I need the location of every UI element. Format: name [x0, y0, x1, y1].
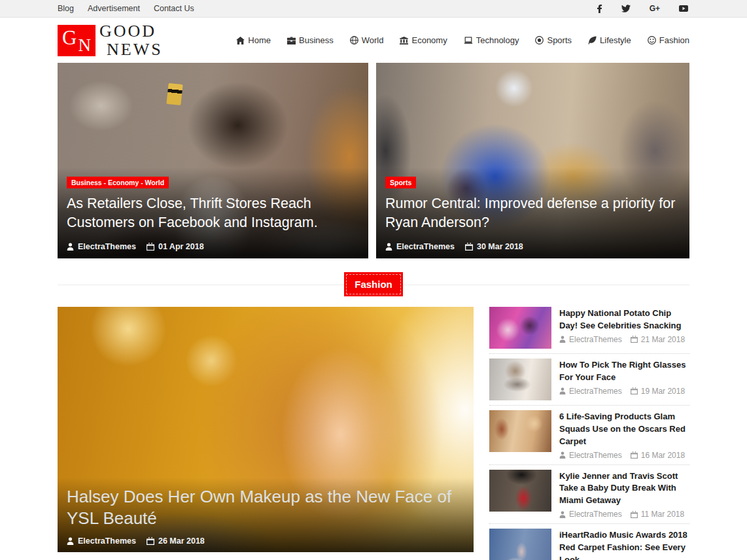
- featured-article-rumor-central[interactable]: Sports Rumor Central: Improved defense a…: [376, 63, 689, 258]
- sidebar-article-title[interactable]: 6 Life-Saving Products Glam Squads Use o…: [559, 411, 689, 448]
- facebook-icon[interactable]: [597, 5, 602, 13]
- featured-overlay: Business - Economy - World As Retailers …: [58, 167, 368, 258]
- nav-item-sports[interactable]: Sports: [535, 35, 572, 45]
- google-plus-icon[interactable]: G+: [650, 5, 660, 12]
- featured-article-thrift-stores[interactable]: Business - Economy - World As Retailers …: [58, 63, 368, 258]
- featured-section: Business - Economy - World As Retailers …: [58, 63, 689, 258]
- smiley-icon: [648, 36, 656, 44]
- sidebar-article-kylie-jenner: Kylie Jenner and Travis Scott Take a Bab…: [489, 470, 689, 525]
- featured-title[interactable]: As Retailers Close, Thrift Stores Reach …: [67, 194, 359, 232]
- sidebar-article-title[interactable]: Happy National Potato Chip Day! See Cele…: [559, 307, 689, 332]
- sidebar-article-title[interactable]: How To Pick The Right Glasses For Your F…: [559, 359, 689, 384]
- publish-date: 16 Mar 2018: [641, 451, 685, 460]
- calendar-icon: [147, 243, 154, 251]
- credit-card-prop: [166, 83, 182, 105]
- youtube-icon[interactable]: [679, 5, 688, 12]
- topbar-links: Blog Advertisement Contact Us: [58, 4, 194, 13]
- article-meta: ElectraThemes 11 Mar 2018: [559, 510, 689, 519]
- bank-icon: [400, 37, 408, 44]
- article-meta: ElectraThemes 21 Mar 2018: [559, 335, 689, 344]
- nav-item-economy[interactable]: Economy: [400, 35, 447, 45]
- site-header: G N GOOD NEWS Home Business: [0, 18, 747, 63]
- sidebar-article-iheartradio: iHeartRadio Music Awards 2018 Red Carpet…: [489, 529, 689, 560]
- author-name: ElectraThemes: [569, 335, 622, 344]
- calendar-icon: [631, 451, 638, 459]
- sidebar-thumbnail[interactable]: [489, 307, 551, 349]
- social-links: G+: [597, 5, 689, 13]
- article-meta: ElectraThemes 30 Mar 2018: [385, 242, 680, 251]
- sidebar-thumbnail[interactable]: [489, 529, 551, 560]
- nav-item-world[interactable]: World: [350, 35, 384, 45]
- publish-date: 11 Mar 2018: [641, 510, 685, 519]
- nav-item-home[interactable]: Home: [236, 35, 271, 45]
- sidebar-thumbnail[interactable]: [489, 359, 551, 400]
- calendar-icon: [631, 336, 638, 343]
- topbar: Blog Advertisement Contact Us G+: [0, 0, 747, 18]
- main-navigation: Home Business World Economy Technology: [236, 35, 689, 45]
- featured-title[interactable]: Rumor Central: Improved defense a priori…: [385, 194, 680, 232]
- sidebar-article-title[interactable]: Kylie Jenner and Travis Scott Take a Bab…: [559, 470, 689, 508]
- topbar-link-blog[interactable]: Blog: [58, 4, 74, 13]
- nav-item-fashion[interactable]: Fashion: [648, 35, 689, 45]
- fashion-section-badge: Fashion: [346, 274, 401, 294]
- calendar-icon: [631, 387, 638, 394]
- article-meta: ElectraThemes 01 Apr 2018: [67, 242, 359, 251]
- calendar-icon: [631, 511, 638, 518]
- publish-date: 19 Mar 2018: [641, 387, 685, 396]
- author-icon: [559, 387, 566, 394]
- fashion-main-overlay: Halsey Does Her Own Makeup as the New Fa…: [58, 478, 474, 552]
- author-name: ElectraThemes: [569, 387, 622, 396]
- sidebar-article-glam-squads: 6 Life-Saving Products Glam Squads Use o…: [489, 410, 689, 465]
- author-icon: [67, 243, 74, 251]
- site-logo[interactable]: G N GOOD NEWS: [58, 23, 163, 58]
- topbar-link-contact-us[interactable]: Contact Us: [154, 4, 194, 13]
- sidebar-article-title[interactable]: iHeartRadio Music Awards 2018 Red Carpet…: [559, 529, 689, 560]
- site-title: GOOD NEWS: [99, 23, 163, 58]
- nav-item-technology[interactable]: Technology: [464, 35, 519, 45]
- globe-icon: [350, 36, 358, 44]
- author-icon: [559, 511, 566, 518]
- fashion-main-title[interactable]: Halsey Does Her Own Makeup as the New Fa…: [67, 486, 464, 529]
- sidebar-thumbnail[interactable]: [489, 410, 551, 452]
- leaf-icon: [588, 36, 597, 44]
- publish-date: 30 Mar 2018: [477, 242, 523, 251]
- soccer-ball-icon: [535, 36, 544, 44]
- article-meta: ElectraThemes 16 Mar 2018: [559, 451, 689, 460]
- sidebar-article-potato-chip: Happy National Potato Chip Day! See Cele…: [489, 307, 689, 354]
- author-name: ElectraThemes: [396, 242, 455, 251]
- fashion-main-article[interactable]: Halsey Does Her Own Makeup as the New Fa…: [58, 307, 474, 552]
- category-badge[interactable]: Business - Economy - World: [67, 177, 169, 188]
- topbar-link-advertisement[interactable]: Advertisement: [88, 4, 140, 13]
- featured-overlay: Sports Rumor Central: Improved defense a…: [376, 167, 689, 258]
- author-name: ElectraThemes: [569, 510, 622, 519]
- author-icon: [559, 451, 566, 459]
- fashion-sidebar: Happy National Potato Chip Day! See Cele…: [489, 307, 689, 560]
- calendar-icon: [465, 243, 473, 251]
- author-name: ElectraThemes: [78, 242, 136, 251]
- laptop-icon: [464, 37, 473, 44]
- article-meta: ElectraThemes 26 Mar 2018: [67, 536, 464, 546]
- author-icon: [385, 243, 392, 251]
- publish-date: 26 Mar 2018: [158, 536, 205, 546]
- logo-mark: G N: [58, 25, 96, 56]
- author-icon: [559, 336, 566, 343]
- twitter-icon[interactable]: [621, 5, 631, 12]
- nav-item-business[interactable]: Business: [287, 35, 334, 45]
- fashion-content-row: Halsey Does Her Own Makeup as the New Fa…: [58, 307, 689, 560]
- nav-item-lifestyle[interactable]: Lifestyle: [588, 35, 631, 45]
- article-meta: ElectraThemes 19 Mar 2018: [559, 387, 689, 396]
- category-badge[interactable]: Sports: [385, 177, 416, 188]
- calendar-icon: [147, 537, 154, 545]
- page: Blog Advertisement Contact Us G+: [0, 0, 747, 560]
- sidebar-thumbnail[interactable]: [489, 470, 551, 512]
- fashion-section-header: Fashion: [58, 274, 689, 294]
- main-content: Business - Economy - World As Retailers …: [58, 63, 689, 560]
- publish-date: 01 Apr 2018: [158, 242, 204, 251]
- home-icon: [236, 37, 245, 44]
- sidebar-article-glasses: How To Pick The Right Glasses For Your F…: [489, 359, 689, 406]
- briefcase-icon: [287, 37, 296, 44]
- author-icon: [67, 537, 74, 545]
- author-name: ElectraThemes: [78, 536, 136, 546]
- author-name: ElectraThemes: [569, 451, 622, 460]
- publish-date: 21 Mar 2018: [641, 335, 685, 344]
